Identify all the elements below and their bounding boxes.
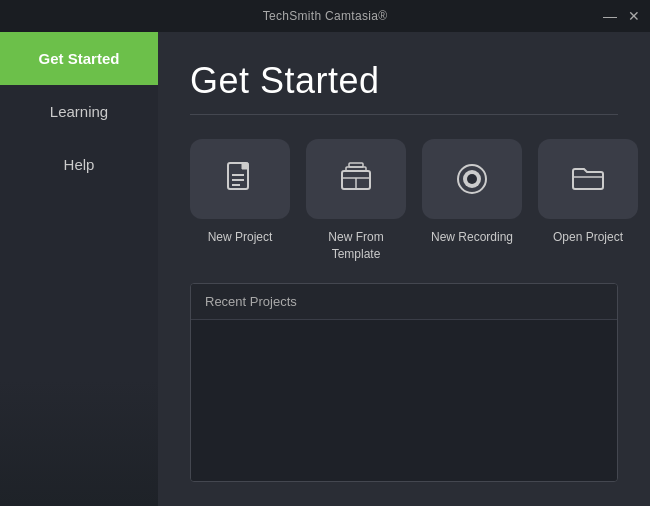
minimize-button[interactable]: — [602,8,618,24]
recent-projects-container: Recent Projects [190,283,618,482]
sidebar-item-get-started[interactable]: Get Started [0,32,158,85]
svg-rect-6 [349,163,363,167]
open-project-label: Open Project [553,229,623,246]
new-recording-button[interactable]: New Recording [422,139,522,263]
new-project-button[interactable]: New Project [190,139,290,263]
record-icon [452,159,492,199]
divider [190,114,618,115]
title-bar: TechSmith Camtasia® — ✕ [0,0,650,32]
recent-projects-header: Recent Projects [191,284,617,320]
template-icon [336,159,376,199]
close-button[interactable]: ✕ [626,8,642,24]
file-icon [220,159,260,199]
main-layout: Get Started Learning Help Get Started [0,32,650,506]
new-recording-icon-box [422,139,522,219]
sidebar-bottom-area [0,191,158,506]
sidebar-item-help[interactable]: Help [0,138,158,191]
window-controls: — ✕ [602,8,642,24]
content-area: Get Started New Project [158,32,650,506]
sidebar-item-learning[interactable]: Learning [0,85,158,138]
open-project-button[interactable]: Open Project [538,139,638,263]
new-project-icon-box [190,139,290,219]
new-from-template-icon-box [306,139,406,219]
new-project-label: New Project [208,229,273,246]
open-project-icon-box [538,139,638,219]
new-from-template-button[interactable]: New From Template [306,139,406,263]
recent-projects-body [191,320,617,481]
sidebar: Get Started Learning Help [0,32,158,506]
svg-point-11 [467,174,477,184]
new-recording-label: New Recording [431,229,513,246]
folder-icon [568,159,608,199]
actions-grid: New Project New From Template [190,139,618,263]
new-from-template-label: New From Template [306,229,406,263]
page-title: Get Started [190,60,618,102]
app-title: TechSmith Camtasia® [263,9,388,23]
